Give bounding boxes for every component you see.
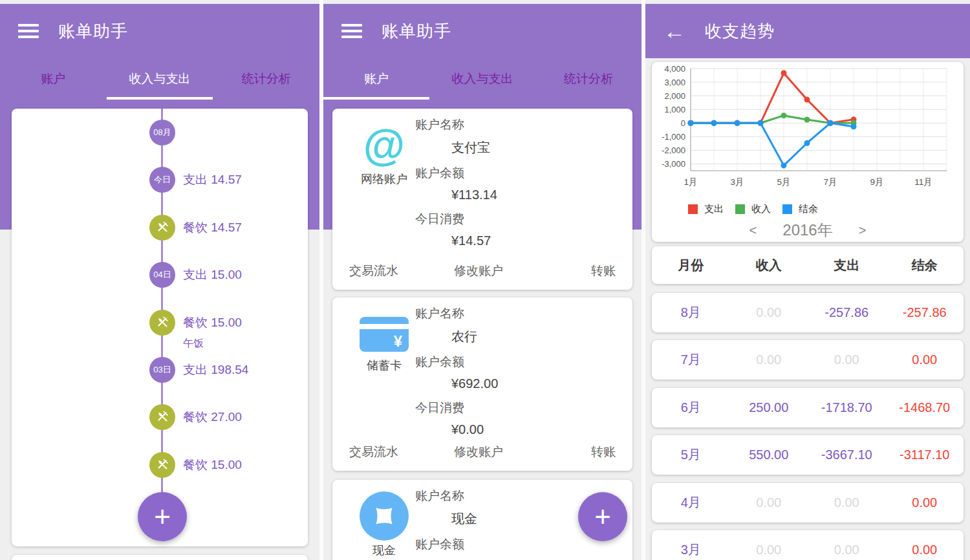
legend-swatch-结余: [782, 204, 792, 214]
table-header-cell: 支出: [808, 257, 886, 274]
field-label: 今日消费: [415, 211, 632, 228]
field-value: ¥692.00: [451, 376, 632, 391]
field-value: 支付宝: [451, 139, 632, 156]
svg-text:2,000: 2,000: [664, 91, 685, 101]
legend-label: 结余: [799, 203, 818, 215]
chart-legend: 支出收入结余: [688, 203, 823, 215]
yuan-symbol: ¥: [394, 332, 402, 350]
timeline-item[interactable]: 餐饮 15.00: [12, 452, 301, 478]
transactions-button[interactable]: 交易流水: [349, 263, 398, 279]
panel-income-expense: 账单助手 账户收入与支出统计分析 08月今日支出 14.57餐饮 14.5704…: [0, 0, 319, 560]
active-tab-underline: [107, 97, 213, 100]
tab-label: 统计分析: [564, 70, 613, 87]
legend-label: 收入: [751, 203, 771, 215]
date-badge: 03日: [149, 357, 175, 383]
legend-label: 支出: [704, 203, 724, 215]
account-type-label: 现金: [353, 543, 415, 558]
field-label: 账户余额: [415, 165, 632, 182]
tab-1[interactable]: 收入与支出: [107, 58, 213, 100]
field-value: ¥113.14: [451, 188, 632, 202]
svg-text:0: 0: [681, 118, 685, 128]
account-actions: 交易流水修改账户转账: [349, 263, 616, 279]
tab-label: 统计分析: [242, 70, 291, 87]
cell-expense: 0.00: [808, 352, 886, 367]
cell-month: 6月: [652, 399, 730, 416]
table-row[interactable]: 8月0.00-257.86-257.86: [652, 293, 964, 332]
transactions-button[interactable]: 交易流水: [349, 444, 398, 460]
at-network-icon: @: [353, 120, 415, 169]
account-type-label: 网络账户: [353, 172, 415, 187]
timeline-item[interactable]: 餐饮 27.00: [12, 404, 301, 430]
timeline-item[interactable]: 餐饮 15.00午饭: [12, 310, 301, 336]
field-value: ¥14.57: [451, 233, 632, 248]
appbar: ← 收支趋势: [645, 4, 970, 58]
trend-line-chart: 4,0003,0002,0001,0000-1,000-2,000-3,0001…: [652, 62, 957, 199]
svg-text:-1,000: -1,000: [662, 132, 685, 142]
cell-income: 550.00: [730, 447, 808, 462]
table-row[interactable]: 4月0.000.000.00: [652, 483, 964, 522]
table-header-row: 月份收入支出结余: [652, 246, 964, 284]
cell-month: 5月: [652, 446, 730, 464]
svg-text:5月: 5月: [777, 177, 790, 187]
back-arrow-icon[interactable]: ←: [663, 20, 685, 42]
prev-year-arrow[interactable]: <: [749, 223, 757, 238]
tab-0[interactable]: 账户: [323, 58, 429, 100]
timeline-item-text: 支出 14.57: [183, 171, 242, 188]
field-label: 账户名称: [415, 305, 632, 322]
transfer-button[interactable]: 转账: [591, 263, 616, 279]
panel-trends: ← 收支趋势 4,0003,0002,0001,0000-1,000-2,000…: [645, 0, 970, 560]
timeline-item[interactable]: 08月: [12, 120, 301, 145]
cell-income: 0.00: [730, 543, 808, 557]
svg-text:3,000: 3,000: [664, 78, 685, 87]
timeline-item-text: 支出 198.54: [183, 361, 248, 378]
timeline-card: 08月今日支出 14.57餐饮 14.5704日支出 15.00餐饮 15.00…: [12, 109, 308, 546]
table-row[interactable]: 7月0.000.000.00: [652, 340, 964, 380]
table-row[interactable]: 6月250.00-1718.70-1468.70: [652, 388, 964, 427]
legend-swatch-支出: [688, 204, 698, 214]
tab-label: 收入与支出: [129, 70, 191, 87]
account-icon-wrap: 现金: [353, 491, 415, 558]
menu-icon[interactable]: [341, 24, 362, 38]
cell-balance: -257.86: [886, 305, 964, 320]
page-title: 收支趋势: [705, 20, 775, 43]
tab-0[interactable]: 账户: [0, 58, 107, 100]
timeline-item[interactable]: 餐饮 14.57: [12, 215, 301, 241]
field-value: 农行: [451, 328, 632, 345]
table-row[interactable]: 5月550.00-3667.10-3117.10: [652, 435, 964, 475]
next-year-arrow[interactable]: >: [859, 223, 867, 238]
account-icon-wrap: ¥储蓄卡: [353, 309, 415, 373]
tab-bar: 账户收入与支出统计分析: [323, 58, 641, 100]
cell-expense: -257.86: [808, 305, 886, 320]
cell-month: 4月: [652, 494, 730, 512]
edit-account-button[interactable]: 修改账户: [454, 444, 503, 460]
add-record-fab[interactable]: +: [138, 492, 187, 541]
menu-icon[interactable]: [18, 24, 39, 38]
table-row[interactable]: 3月0.000.000.00: [652, 530, 964, 560]
tab-1[interactable]: 收入与支出: [429, 58, 535, 100]
cell-balance: 0.00: [886, 543, 964, 557]
cell-balance: 0.00: [886, 495, 964, 510]
tab-2[interactable]: 统计分析: [535, 58, 641, 100]
cell-expense: -3667.10: [808, 447, 886, 462]
timeline-item-text: 餐饮 15.00: [183, 314, 242, 331]
timeline-item[interactable]: 03日支出 198.54: [12, 357, 301, 383]
account-card: ¥储蓄卡账户名称农行账户余额¥692.00今日消费¥0.00交易流水修改账户转账: [332, 297, 632, 471]
card-stripe: [360, 324, 409, 329]
timeline-item[interactable]: 今日支出 14.57: [12, 167, 301, 193]
table-header-cell: 结余: [886, 257, 964, 274]
cell-balance: -1468.70: [886, 400, 964, 415]
tab-2[interactable]: 统计分析: [213, 58, 319, 100]
utensils-icon: [149, 404, 175, 430]
add-account-fab[interactable]: +: [578, 492, 627, 541]
account-fields: 账户名称农行账户余额¥692.00今日消费¥0.00: [415, 297, 632, 437]
timeline-item[interactable]: 04日支出 15.00: [12, 262, 301, 288]
svg-text:-2,000: -2,000: [662, 145, 685, 155]
transfer-button[interactable]: 转账: [591, 444, 616, 460]
active-tab-underline: [323, 97, 429, 100]
field-value: ¥0.00: [451, 422, 632, 437]
svg-text:1,000: 1,000: [664, 105, 685, 114]
edit-account-button[interactable]: 修改账户: [454, 263, 503, 279]
tab-label: 账户: [41, 70, 65, 87]
screenshot-root: 账单助手 账户收入与支出统计分析 08月今日支出 14.57餐饮 14.5704…: [0, 0, 970, 560]
svg-text:-3,000: -3,000: [662, 159, 685, 169]
